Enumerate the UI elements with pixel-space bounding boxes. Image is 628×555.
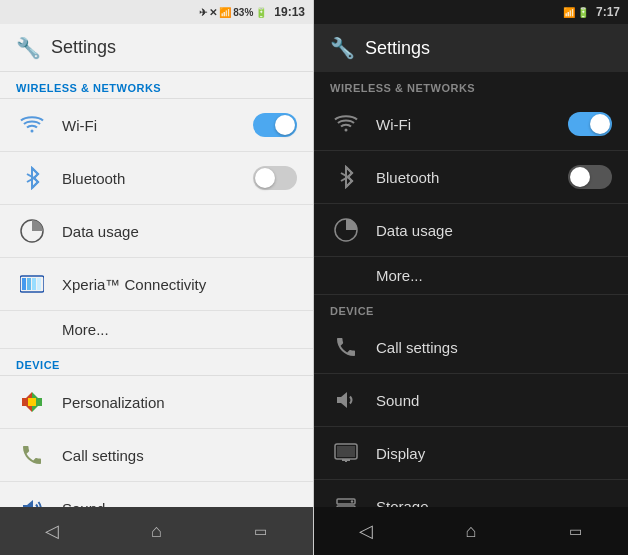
home-icon-left: ⌂ <box>151 521 162 542</box>
home-icon-right: ⌂ <box>466 521 477 542</box>
xperia-label-left: Xperia™ Connectivity <box>62 276 297 293</box>
sound-label-right: Sound <box>376 392 612 409</box>
bottom-nav-left: ◁ ⌂ ▭ <box>0 507 313 555</box>
battery-icon-left: 🔋 <box>255 7 267 18</box>
svg-rect-9 <box>28 398 36 406</box>
time-left: 19:13 <box>274 5 305 19</box>
sound-label-left: Sound <box>62 500 297 508</box>
call-label-left: Call settings <box>62 447 297 464</box>
wrench-icon-left: 🔧 <box>16 36 41 60</box>
svg-rect-5 <box>32 278 36 290</box>
content-right: WIRELESS & NETWORKS Wi-Fi <box>314 72 628 507</box>
call-icon-left <box>16 439 48 471</box>
section-wireless-header-left: WIRELESS & NETWORKS <box>0 72 313 99</box>
back-icon-left: ◁ <box>45 520 59 542</box>
back-icon-right: ◁ <box>359 520 373 542</box>
svg-marker-17 <box>337 392 347 408</box>
display-item-right[interactable]: Display <box>314 427 628 480</box>
back-button-left[interactable]: ◁ <box>22 511 82 551</box>
personalization-item-left[interactable]: Personalization <box>0 376 313 429</box>
back-button-right[interactable]: ◁ <box>336 511 396 551</box>
wifi-toggle-left[interactable] <box>253 113 297 137</box>
bluetooth-item-right[interactable]: Bluetooth <box>314 151 628 204</box>
wifi-icon-left <box>16 109 48 141</box>
battery-percent-left: 83% <box>233 7 253 18</box>
right-panel: 📶 🔋 7:17 🔧 Settings WIRELESS & NETWORKS … <box>314 0 628 555</box>
call-label-right: Call settings <box>376 339 612 356</box>
app-title-right: Settings <box>365 38 430 59</box>
bluetooth-icon-right <box>330 161 362 193</box>
data-item-left[interactable]: Data usage <box>0 205 313 258</box>
svg-rect-4 <box>27 278 31 290</box>
storage-label-right: Storage <box>376 498 612 508</box>
home-button-left[interactable]: ⌂ <box>126 511 186 551</box>
bluetooth-toggle-left[interactable] <box>253 166 297 190</box>
content-left: WIRELESS & NETWORKS Wi-Fi <box>0 72 313 507</box>
xperia-item-left[interactable]: Xperia™ Connectivity <box>0 258 313 311</box>
more-item-left[interactable]: More... <box>0 311 313 349</box>
status-icons-left: ✈ ✕ 📶 83% 🔋 <box>199 7 267 18</box>
app-bar-right: 🔧 Settings <box>314 24 628 72</box>
wifi-toggle-right[interactable] <box>568 112 612 136</box>
data-item-right[interactable]: Data usage <box>314 204 628 257</box>
signal-icon-left: 📶 <box>219 7 231 18</box>
section-device-header-left: DEVICE <box>0 349 313 376</box>
personalization-icon-left <box>16 386 48 418</box>
wifi-item-left[interactable]: Wi-Fi <box>0 99 313 152</box>
wifi-label-left: Wi-Fi <box>62 117 253 134</box>
wifi-icon-right <box>330 108 362 140</box>
svg-rect-23 <box>337 506 355 507</box>
svg-rect-6 <box>37 278 41 290</box>
status-bar-right: 📶 🔋 7:17 <box>314 0 628 24</box>
data-label-right: Data usage <box>376 222 612 239</box>
call-icon-right <box>330 331 362 363</box>
recents-button-left[interactable]: ▭ <box>231 511 291 551</box>
data-icon-left <box>16 215 48 247</box>
section-wireless-header-right: WIRELESS & NETWORKS <box>314 72 628 98</box>
more-item-right[interactable]: More... <box>314 257 628 295</box>
airplane-icon: ✈ <box>199 7 207 18</box>
personalization-label-left: Personalization <box>62 394 297 411</box>
home-button-right[interactable]: ⌂ <box>441 511 501 551</box>
status-bar-left: ✈ ✕ 📶 83% 🔋 19:13 <box>0 0 313 24</box>
display-icon-right <box>330 437 362 469</box>
app-title-left: Settings <box>51 37 116 58</box>
sound-icon-left <box>16 492 48 507</box>
mute-icon: ✕ <box>209 7 217 18</box>
data-icon-right <box>330 214 362 246</box>
status-icons-right: 📶 🔋 <box>563 7 589 18</box>
battery-icon-right: 🔋 <box>577 7 589 18</box>
svg-rect-3 <box>22 278 26 290</box>
bluetooth-toggle-right[interactable] <box>568 165 612 189</box>
xperia-icon-left <box>16 268 48 300</box>
sound-item-right[interactable]: Sound <box>314 374 628 427</box>
sound-item-left[interactable]: Sound <box>0 482 313 507</box>
svg-point-15 <box>345 129 348 132</box>
svg-point-24 <box>351 500 353 502</box>
recents-icon-left: ▭ <box>254 523 267 539</box>
wifi-item-right[interactable]: Wi-Fi <box>314 98 628 151</box>
bottom-nav-right: ◁ ⌂ ▭ <box>314 507 628 555</box>
wrench-icon-right: 🔧 <box>330 36 355 60</box>
storage-icon-right <box>330 490 362 507</box>
bluetooth-item-left[interactable]: Bluetooth <box>0 152 313 205</box>
call-item-left[interactable]: Call settings <box>0 429 313 482</box>
svg-point-0 <box>31 130 34 133</box>
display-label-right: Display <box>376 445 612 462</box>
svg-rect-19 <box>337 446 355 457</box>
recents-icon-right: ▭ <box>569 523 582 539</box>
section-device-header-right: DEVICE <box>314 295 628 321</box>
bluetooth-label-right: Bluetooth <box>376 169 568 186</box>
sound-icon-right <box>330 384 362 416</box>
app-bar-left: 🔧 Settings <box>0 24 313 72</box>
time-right: 7:17 <box>596 5 620 19</box>
bluetooth-label-left: Bluetooth <box>62 170 253 187</box>
wifi-label-right: Wi-Fi <box>376 116 568 133</box>
recents-button-right[interactable]: ▭ <box>546 511 606 551</box>
bluetooth-icon-left <box>16 162 48 194</box>
call-item-right[interactable]: Call settings <box>314 321 628 374</box>
storage-item-right[interactable]: Storage <box>314 480 628 507</box>
svg-marker-10 <box>23 500 33 507</box>
data-label-left: Data usage <box>62 223 297 240</box>
signal-icon-right: 📶 <box>563 7 575 18</box>
